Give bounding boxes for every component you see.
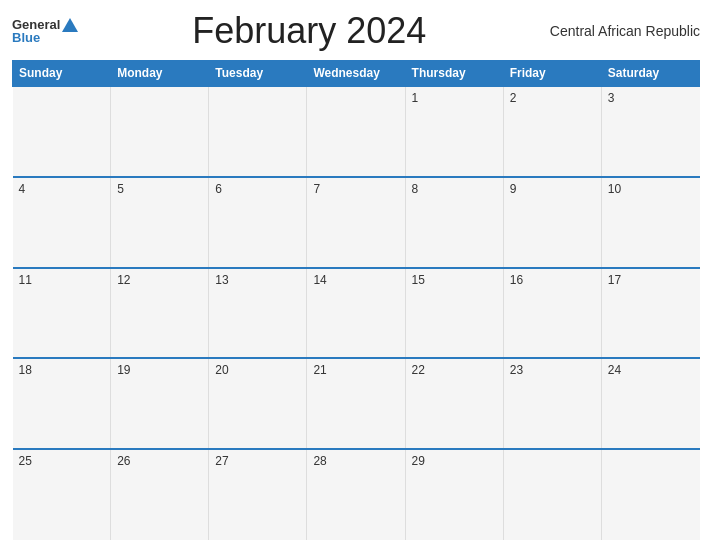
day-number: 23 [510, 363, 523, 377]
calendar-day [503, 449, 601, 540]
calendar-day: 11 [13, 268, 111, 359]
day-number: 9 [510, 182, 517, 196]
calendar-day: 27 [209, 449, 307, 540]
col-sunday: Sunday [13, 61, 111, 87]
calendar-day: 12 [111, 268, 209, 359]
calendar-day: 18 [13, 358, 111, 449]
calendar-week-3: 11121314151617 [13, 268, 700, 359]
calendar-wrapper: General Blue February 2024 Central Afric… [0, 0, 712, 550]
calendar-week-4: 18192021222324 [13, 358, 700, 449]
calendar-header-row: Sunday Monday Tuesday Wednesday Thursday… [13, 61, 700, 87]
day-number: 22 [412, 363, 425, 377]
day-number: 1 [412, 91, 419, 105]
day-number: 8 [412, 182, 419, 196]
calendar-week-5: 2526272829 [13, 449, 700, 540]
day-number: 18 [19, 363, 32, 377]
calendar-day: 21 [307, 358, 405, 449]
day-number: 15 [412, 273, 425, 287]
calendar-day: 3 [601, 86, 699, 177]
calendar-day [307, 86, 405, 177]
day-number: 13 [215, 273, 228, 287]
day-number: 19 [117, 363, 130, 377]
calendar-day: 5 [111, 177, 209, 268]
calendar-day [601, 449, 699, 540]
col-saturday: Saturday [601, 61, 699, 87]
country-name: Central African Republic [540, 23, 700, 39]
logo-blue: Blue [12, 30, 40, 45]
calendar-day: 20 [209, 358, 307, 449]
col-wednesday: Wednesday [307, 61, 405, 87]
day-number: 25 [19, 454, 32, 468]
day-number: 12 [117, 273, 130, 287]
weekday-header-row: Sunday Monday Tuesday Wednesday Thursday… [13, 61, 700, 87]
calendar-day: 14 [307, 268, 405, 359]
day-number: 21 [313, 363, 326, 377]
calendar-day: 8 [405, 177, 503, 268]
calendar-day: 24 [601, 358, 699, 449]
day-number: 11 [19, 273, 32, 287]
calendar-week-2: 45678910 [13, 177, 700, 268]
day-number: 27 [215, 454, 228, 468]
calendar-day [209, 86, 307, 177]
calendar-day: 13 [209, 268, 307, 359]
day-number: 16 [510, 273, 523, 287]
calendar-day: 4 [13, 177, 111, 268]
calendar-day: 29 [405, 449, 503, 540]
calendar-day: 2 [503, 86, 601, 177]
calendar-day: 6 [209, 177, 307, 268]
day-number: 17 [608, 273, 621, 287]
calendar-day [13, 86, 111, 177]
calendar-day: 23 [503, 358, 601, 449]
calendar-day: 28 [307, 449, 405, 540]
day-number: 5 [117, 182, 124, 196]
calendar-header: General Blue February 2024 Central Afric… [12, 10, 700, 52]
day-number: 28 [313, 454, 326, 468]
day-number: 26 [117, 454, 130, 468]
day-number: 6 [215, 182, 222, 196]
col-thursday: Thursday [405, 61, 503, 87]
logo-triangle-icon [62, 18, 78, 32]
calendar-day: 17 [601, 268, 699, 359]
col-friday: Friday [503, 61, 601, 87]
calendar-day: 7 [307, 177, 405, 268]
calendar-body: 1234567891011121314151617181920212223242… [13, 86, 700, 540]
logo: General Blue [12, 17, 78, 45]
day-number: 2 [510, 91, 517, 105]
calendar-day: 19 [111, 358, 209, 449]
day-number: 24 [608, 363, 621, 377]
calendar-day [111, 86, 209, 177]
calendar-table: Sunday Monday Tuesday Wednesday Thursday… [12, 60, 700, 540]
col-tuesday: Tuesday [209, 61, 307, 87]
calendar-week-1: 123 [13, 86, 700, 177]
calendar-day: 15 [405, 268, 503, 359]
calendar-day: 10 [601, 177, 699, 268]
calendar-day: 26 [111, 449, 209, 540]
calendar-day: 25 [13, 449, 111, 540]
calendar-day: 1 [405, 86, 503, 177]
col-monday: Monday [111, 61, 209, 87]
day-number: 14 [313, 273, 326, 287]
day-number: 10 [608, 182, 621, 196]
day-number: 3 [608, 91, 615, 105]
month-title: February 2024 [78, 10, 540, 52]
day-number: 4 [19, 182, 26, 196]
day-number: 29 [412, 454, 425, 468]
calendar-day: 22 [405, 358, 503, 449]
calendar-day: 9 [503, 177, 601, 268]
day-number: 20 [215, 363, 228, 377]
day-number: 7 [313, 182, 320, 196]
calendar-day: 16 [503, 268, 601, 359]
